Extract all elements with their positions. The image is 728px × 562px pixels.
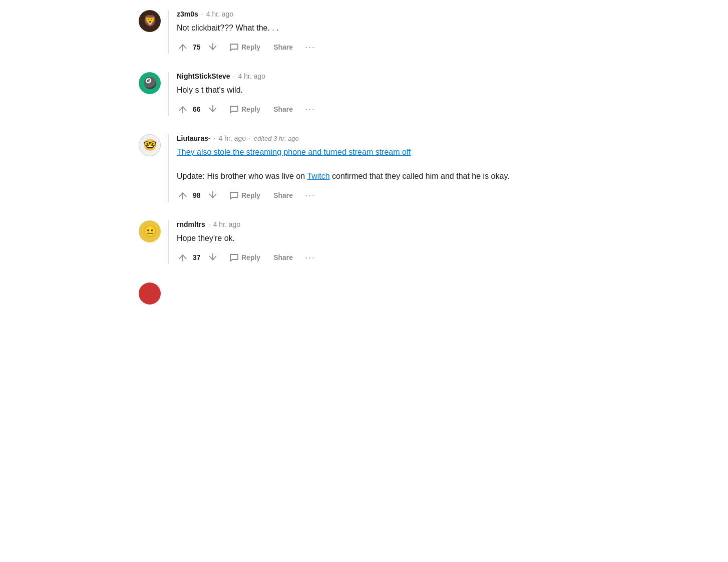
comment-liutauras: 🤓 Liutauras- · 4 hr. ago · edited 3 hr. … [139, 134, 589, 202]
comment-body-z3m0s: z3m0s · 4 hr. ago Not clickbait??? What … [168, 10, 589, 54]
share-button-nightsticksteve[interactable]: Share [270, 103, 296, 115]
avatar-nightsticksteve: 🎱 [139, 72, 161, 94]
comment-actions-liutauras: 98 Reply Share [177, 188, 589, 202]
vote-count-liutauras: 98 [193, 191, 203, 199]
vote-count-rndmltrs: 37 [193, 253, 203, 261]
timestamp-nightsticksteve: 4 hr. ago [238, 72, 265, 80]
downvote-button-liutauras[interactable] [207, 189, 219, 201]
edited-label-liutauras: edited 3 hr. ago [254, 135, 299, 142]
vote-group-rndmltrs: 37 [177, 251, 219, 263]
avatar-liutauras: 🤓 [139, 134, 161, 156]
comment-actions-nightsticksteve: 66 Reply Share [177, 102, 589, 116]
upvote-button-z3m0s[interactable] [177, 41, 189, 53]
username-nightsticksteve: NightStickSteve [177, 72, 230, 80]
timestamp-rndmltrs: 4 hr. ago [213, 220, 241, 228]
reply-button-z3m0s[interactable]: Reply [226, 40, 263, 54]
comment-actions-rndmltrs: 37 Reply Share [177, 250, 589, 264]
more-button-liutauras[interactable]: ··· [303, 189, 317, 202]
share-button-rndmltrs[interactable]: Share [270, 251, 296, 263]
vote-group-nightsticksteve: 66 [177, 103, 219, 115]
comment-body-rndmltrs: rndmltrs · 4 hr. ago Hope they're ok. 37 [168, 220, 589, 264]
more-button-rndmltrs[interactable]: ··· [303, 251, 317, 264]
comment-z3m0s: 🦁 z3m0s · 4 hr. ago Not clickbait??? Wha… [139, 10, 589, 54]
comment-header-rndmltrs: rndmltrs · 4 hr. ago [177, 220, 589, 228]
comment-header-z3m0s: z3m0s · 4 hr. ago [177, 10, 589, 18]
comment-nightsticksteve: 🎱 NightStickSteve · 4 hr. ago Holy s t t… [139, 72, 589, 116]
comment-body-nightsticksteve: NightStickSteve · 4 hr. ago Holy s t tha… [168, 72, 589, 116]
comment-header-nightsticksteve: NightStickSteve · 4 hr. ago [177, 72, 589, 80]
comment-text-nightsticksteve: Holy s t that's wild. [177, 84, 589, 96]
comment-body-liutauras: Liutauras- · 4 hr. ago · edited 3 hr. ag… [168, 134, 589, 202]
comment-header-liutauras: Liutauras- · 4 hr. ago · edited 3 hr. ag… [177, 134, 589, 142]
vote-group-liutauras: 98 [177, 189, 219, 201]
username-liutauras: Liutauras- [177, 134, 211, 142]
share-button-z3m0s[interactable]: Share [270, 41, 296, 53]
reply-button-nightsticksteve[interactable]: Reply [226, 102, 263, 116]
upvote-button-rndmltrs[interactable] [177, 251, 189, 263]
downvote-button-rndmltrs[interactable] [207, 251, 219, 263]
timestamp-z3m0s: 4 hr. ago [206, 10, 234, 18]
downvote-button-nightsticksteve[interactable] [207, 103, 219, 115]
comment-text-liutauras: They also stole the streaming phone and … [177, 146, 589, 182]
avatar-z3m0s: 🦁 [139, 10, 161, 32]
vote-group-z3m0s: 75 [177, 41, 219, 53]
more-button-nightsticksteve[interactable]: ··· [303, 103, 317, 116]
vote-count-nightsticksteve: 66 [193, 105, 203, 113]
vote-count-z3m0s: 75 [193, 43, 203, 51]
share-button-liutauras[interactable]: Share [270, 189, 296, 201]
timestamp-liutauras: 4 hr. ago [219, 134, 246, 142]
more-button-z3m0s[interactable]: ··· [303, 41, 317, 54]
reply-button-liutauras[interactable]: Reply [226, 188, 263, 202]
downvote-button-z3m0s[interactable] [207, 41, 219, 53]
comment-partial [139, 283, 589, 305]
avatar-rndmltrs: 😐 [139, 220, 161, 242]
comment-text-z3m0s: Not clickbait??? What the. . . [177, 22, 589, 34]
reply-button-rndmltrs[interactable]: Reply [226, 250, 263, 264]
comment-rndmltrs: 😐 rndmltrs · 4 hr. ago Hope they're ok. [139, 220, 589, 264]
username-rndmltrs: rndmltrs [177, 220, 205, 228]
comment-actions-z3m0s: 75 Reply Share [177, 40, 589, 54]
comment-list: 🦁 z3m0s · 4 hr. ago Not clickbait??? Wha… [139, 10, 589, 305]
link-liutauras-main[interactable]: They also stole the streaming phone and … [177, 148, 411, 156]
link-twitch[interactable]: Twitch [307, 172, 329, 180]
upvote-button-nightsticksteve[interactable] [177, 103, 189, 115]
username-z3m0s: z3m0s [177, 10, 198, 18]
avatar-partial [139, 283, 161, 305]
comment-text-rndmltrs: Hope they're ok. [177, 232, 589, 244]
upvote-button-liutauras[interactable] [177, 189, 189, 201]
